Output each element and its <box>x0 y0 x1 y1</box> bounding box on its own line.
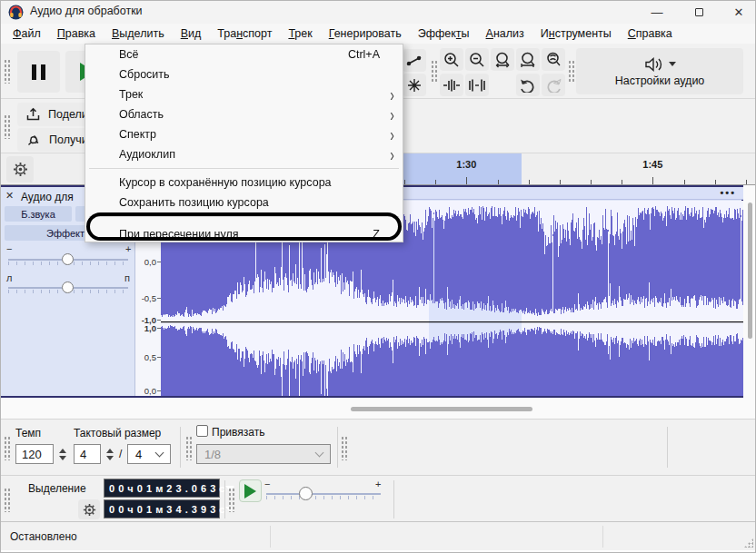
menubar-item[interactable]: Трек <box>280 24 320 44</box>
toolbar-grip[interactable] <box>568 60 575 84</box>
zoom-fit-button[interactable] <box>516 48 540 71</box>
time-signature-upper-input[interactable]: 4 <box>74 444 101 464</box>
track-close-icon[interactable]: ✕ <box>5 190 14 202</box>
trim-audio-button[interactable] <box>440 74 463 96</box>
menu-item[interactable]: Трек› <box>85 84 403 104</box>
menubar-item[interactable]: Инструменты <box>532 24 620 44</box>
menubar-item[interactable]: Генерировать <box>321 24 410 44</box>
snap-checkbox[interactable] <box>196 425 208 437</box>
gain-slider-thumb[interactable] <box>62 253 74 265</box>
timeline-time-label: 1:45 <box>642 159 662 170</box>
time-signature-divider: / <box>119 448 122 460</box>
close-button[interactable]: ✕ <box>721 1 756 24</box>
timeline-options-button[interactable] <box>6 156 34 183</box>
menubar-item[interactable]: Правка <box>49 24 104 44</box>
gain-minus-label: − <box>6 243 12 254</box>
menubar-item[interactable]: Выделить <box>104 24 173 44</box>
undo-button[interactable] <box>516 74 540 96</box>
menu-item-label: Сохранить позицию курсора <box>119 196 269 209</box>
selection-options-button[interactable] <box>78 499 100 519</box>
menu-item[interactable]: Сбросить <box>85 64 403 84</box>
scale-value: 0,0 <box>144 386 156 396</box>
toolbar-grip[interactable] <box>228 488 235 512</box>
menu-item[interactable]: ВсёCtrl+A <box>85 44 403 64</box>
menubar-item[interactable]: Анализ <box>478 24 532 44</box>
toolbar-grip[interactable] <box>341 436 348 460</box>
zoom-out-button[interactable] <box>465 48 489 71</box>
undo-icon <box>520 78 536 93</box>
scale-value: -0,5 <box>142 293 156 303</box>
speed-slider-track[interactable] <box>266 493 381 495</box>
annotation-highlight-ring <box>86 212 402 241</box>
toolbar-grip[interactable] <box>4 114 11 139</box>
plug-icon <box>26 133 41 147</box>
menu-item[interactable]: Аудиоклип› <box>85 144 403 164</box>
zoom-selection-icon <box>493 52 512 68</box>
zoom-in-button[interactable] <box>440 48 463 71</box>
menu-item[interactable]: Спектр› <box>85 124 403 144</box>
menubar-item[interactable]: Файл <box>5 24 49 44</box>
pause-icon <box>32 64 45 80</box>
multi-tool-button[interactable] <box>403 74 426 96</box>
toolbar-separator <box>393 480 394 518</box>
menubar-item[interactable]: Эффекты <box>410 24 478 44</box>
vertical-scrollbar[interactable] <box>743 185 756 398</box>
toolbar-grip[interactable] <box>4 488 11 512</box>
mute-button[interactable]: Б.звука <box>5 206 72 222</box>
minimize-button[interactable]: — <box>637 1 677 24</box>
horizontal-scrollbar-thumb[interactable] <box>351 407 532 411</box>
selection-end-field[interactable]: 0 0 ч 0 1 м 3 4 . 3 9 3 с <box>104 499 220 518</box>
time-signature-stepper[interactable] <box>103 444 116 464</box>
tempo-stepper[interactable] <box>55 444 69 464</box>
track-name[interactable]: Аудио для <box>21 191 74 203</box>
menu-item[interactable]: Курсор в сохранённую позицию курсора <box>85 173 403 193</box>
pause-button[interactable] <box>17 51 60 93</box>
selection-start-field[interactable]: 0 0 ч 0 1 м 2 3 . 0 6 3 с <box>104 479 220 498</box>
maximize-button[interactable] <box>679 1 719 24</box>
tempo-input[interactable]: 120 <box>15 444 54 464</box>
menu-item-label: Аудиоклип <box>119 148 175 161</box>
stepper-up-icon <box>59 449 66 453</box>
redo-icon <box>545 78 562 93</box>
envelope-tool-button[interactable] <box>403 49 426 72</box>
speed-plus-label: + <box>375 479 381 489</box>
multi-tool-icon <box>407 78 422 93</box>
toolbar-grip[interactable] <box>185 436 193 460</box>
play-icon <box>244 484 256 499</box>
menu-item[interactable]: Область› <box>85 104 403 124</box>
zoom-toggle-icon <box>544 52 562 68</box>
tempo-value: 120 <box>22 448 42 461</box>
clip-menu-icon[interactable]: ••• <box>720 187 736 198</box>
audacity-window: Аудио для обработки — ✕ ФайлПравкаВыдели… <box>0 0 756 553</box>
vertical-scrollbar-thumb[interactable] <box>748 202 752 339</box>
chevron-down-icon <box>315 449 324 458</box>
menubar-item[interactable]: Транспорт <box>209 24 280 44</box>
pan-slider-thumb[interactable] <box>62 281 74 293</box>
menubar-item[interactable]: Справка <box>620 24 681 44</box>
status-bar: Остановлено <box>1 521 756 550</box>
horizontal-scrollbar[interactable] <box>1 398 756 419</box>
time-signature-label: Тактовый размер <box>74 427 161 439</box>
menu-item[interactable]: Сохранить позицию курсора <box>85 193 403 212</box>
selection-start-value: 0 0 ч 0 1 м 2 3 . 0 6 3 с <box>109 483 225 494</box>
toolbar-grip[interactable] <box>4 59 11 84</box>
audio-setup-button[interactable]: Настройки аудио <box>576 48 743 94</box>
zoom-in-icon <box>443 52 460 68</box>
snap-interval-select[interactable]: 1/8 <box>196 444 331 464</box>
toolbar-grip[interactable] <box>431 60 438 84</box>
toolbar-grip[interactable] <box>4 436 11 460</box>
menubar-item[interactable]: Вид <box>173 24 210 44</box>
menu-item-shortcut: Ctrl+A <box>348 48 380 61</box>
mute-label: Б.звука <box>21 209 55 220</box>
redo-button[interactable] <box>542 74 565 96</box>
title-bar: Аудио для обработки — ✕ <box>1 1 756 24</box>
scale-value: 1,0 <box>144 323 156 333</box>
menu-item-label: Сбросить <box>119 68 170 81</box>
speed-slider-thumb[interactable] <box>299 487 313 500</box>
zoom-selection-button[interactable] <box>491 48 514 71</box>
zoom-toggle-button[interactable] <box>542 48 565 71</box>
silence-audio-button[interactable] <box>465 74 489 96</box>
time-signature-lower-select[interactable]: 4 <box>127 444 171 464</box>
snap-label: Привязать <box>212 426 264 439</box>
play-at-speed-button[interactable] <box>239 479 262 502</box>
